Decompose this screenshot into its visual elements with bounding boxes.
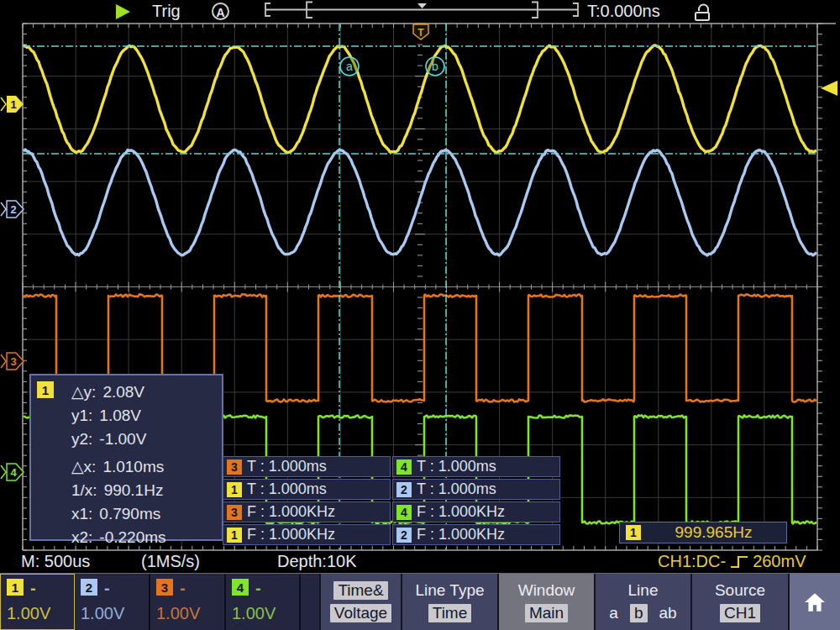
unlock-icon[interactable] <box>692 2 712 22</box>
cursor-panel-channel-badge: 1 <box>37 381 54 398</box>
ch3-position-marker[interactable]: 3 <box>1 353 24 370</box>
channel-box-4[interactable]: 4- 1.00V <box>226 574 301 630</box>
trigger-source-coupling: CH1:DC- <box>658 552 726 571</box>
record-depth-readout: Depth:10K <box>277 552 357 571</box>
cursor-line-option-ab[interactable]: ab <box>659 604 677 622</box>
trigger-position-marker[interactable] <box>417 3 427 8</box>
menu-source-value: CH1 <box>720 604 760 622</box>
trigger-offset-readout: T:0.000ns <box>587 2 660 21</box>
measurement-ch4-frequency: 4F : 1.000KHz <box>392 501 560 522</box>
trigger-level-arrow[interactable] <box>821 81 837 96</box>
trace-ch1 <box>24 45 816 153</box>
menu-line-type-button[interactable]: Line Type Time <box>401 574 497 630</box>
channel-1-scale: 1.00V <box>7 604 74 623</box>
measurement-ch1-frequency: 1F : 1.000KHz <box>223 524 391 545</box>
trigger-level-value: 260mV <box>753 552 806 571</box>
menu-time-voltage-bottom: Voltage <box>330 604 391 622</box>
channel-3-scale: 1.00V <box>156 604 224 623</box>
svg-text:2: 2 <box>10 203 16 216</box>
cursor-measurement-panel: 1 △y:2.08V y1:1.08V y2:-1.00V △x:1.010ms… <box>29 374 223 541</box>
cursor-readout-y1: y1:1.08V <box>71 404 166 428</box>
svg-text:1: 1 <box>10 98 16 111</box>
sample-rate-readout: (1MS/s) <box>141 552 200 571</box>
ch1-position-marker[interactable]: 1 <box>1 96 24 113</box>
svg-text:a: a <box>346 60 353 73</box>
cursor-readout-x1: x1:0.790ms <box>71 502 166 526</box>
menu-source-button[interactable]: Source CH1 <box>690 574 788 630</box>
channel-4-scale: 1.00V <box>232 604 299 623</box>
ch4-position-marker[interactable]: 4 <box>1 464 24 480</box>
measurement-ch2-period: 2T : 1.000ms <box>392 479 560 500</box>
menu-cursor-line-label: Line <box>628 581 659 600</box>
svg-text:3: 3 <box>10 355 16 368</box>
frequency-counter: 1 999.965Hz <box>619 522 787 543</box>
oscilloscope-screen: Trig A T:0.000ns abT1234 1 △y:2.08V y1:1… <box>0 0 840 630</box>
channel-2-scale: 1.00V <box>81 604 149 623</box>
menu-cursor-line-button[interactable]: Line a b ab <box>594 574 690 630</box>
cursor-line-option-a[interactable]: a <box>609 604 618 622</box>
measurement-ch3-frequency: 3F : 1.000KHz <box>223 501 391 522</box>
svg-text:T: T <box>417 27 424 39</box>
frequency-counter-channel-badge: 1 <box>626 525 641 540</box>
timebase-readout: M: 500us <box>21 552 90 571</box>
cursor-readout-y2: y2:-1.00V <box>71 428 166 451</box>
menu-source-label: Source <box>715 581 765 600</box>
trace-ch2 <box>24 150 816 255</box>
menu-time-voltage-button[interactable]: Time& Voltage <box>319 574 401 630</box>
cursor-readout-x2: x2:-0.220ms <box>71 526 166 549</box>
memory-position-bar[interactable] <box>0 0 840 24</box>
cursor-readout-dx: △x:1.010ms <box>71 455 166 479</box>
trigger-settings-readout: CH1:DC- 260mV <box>658 552 806 571</box>
home-button[interactable] <box>788 574 840 630</box>
menu-time-voltage-top: Time& <box>333 581 387 600</box>
menu-window-value: Main <box>525 604 568 622</box>
svg-text:b: b <box>432 60 438 73</box>
status-bar: M: 500us (1MS/s) Depth:10K CH1:DC- 260mV <box>0 550 840 573</box>
frequency-counter-value: 999.965Hz <box>641 523 786 542</box>
channel-box-3[interactable]: 3- 1.00V <box>150 574 226 630</box>
home-icon <box>804 592 826 612</box>
channel-box-2[interactable]: 2- 1.00V <box>75 574 150 630</box>
rising-edge-icon <box>729 554 749 570</box>
auto-measurements-panel: 3T : 1.000ms 4T : 1.000ms 1T : 1.000ms 2… <box>223 456 560 545</box>
measurement-ch1-period: 1T : 1.000ms <box>223 479 391 500</box>
bottom-menu-bar: 1- 1.00V 2- 1.00V 3- 1.00V 4- 1.00V Time… <box>0 573 840 630</box>
menu-window-button[interactable]: Window Main <box>497 574 594 630</box>
cursor-readout-invx: 1/x:990.1Hz <box>71 479 166 502</box>
ch2-position-marker[interactable]: 2 <box>1 201 24 218</box>
channel-box-1[interactable]: 1- 1.00V <box>0 574 75 630</box>
measurement-ch3-period: 3T : 1.000ms <box>223 456 391 477</box>
measurement-ch4-period: 4T : 1.000ms <box>392 456 560 477</box>
cursor-readout-dy: △y:2.08V <box>71 381 166 404</box>
measurement-ch2-frequency: 2F : 1.000KHz <box>392 524 560 545</box>
menu-line-type-value: Time <box>428 604 472 622</box>
cursor-line-options: a b ab <box>609 604 676 622</box>
menu-window-label: Window <box>518 581 575 600</box>
svg-text:4: 4 <box>10 466 17 479</box>
cursor-readout-rows: △y:2.08V y1:1.08V y2:-1.00V △x:1.010ms 1… <box>71 381 166 549</box>
cursor-line-option-b[interactable]: b <box>630 604 648 622</box>
menu-line-type-label: Line Type <box>415 581 484 600</box>
trigger-time-marker[interactable]: T <box>413 24 428 39</box>
top-bar: Trig A T:0.000ns <box>0 0 840 24</box>
